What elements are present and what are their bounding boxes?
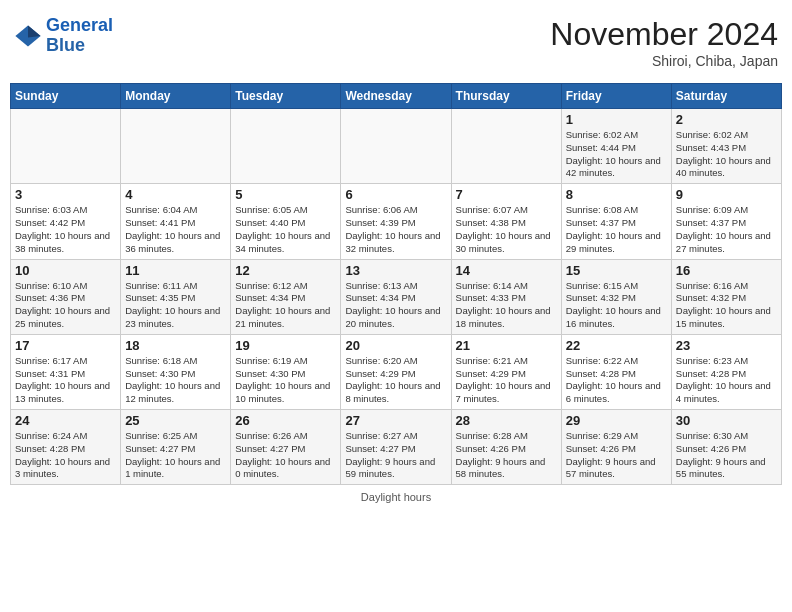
location: Shiroi, Chiba, Japan (550, 53, 778, 69)
day-number: 5 (235, 187, 336, 202)
day-info: Sunrise: 6:24 AM Sunset: 4:28 PM Dayligh… (15, 430, 116, 481)
calendar-day-cell (451, 109, 561, 184)
day-number: 3 (15, 187, 116, 202)
calendar-day-cell: 3Sunrise: 6:03 AM Sunset: 4:42 PM Daylig… (11, 184, 121, 259)
day-number: 2 (676, 112, 777, 127)
day-number: 11 (125, 263, 226, 278)
day-number: 23 (676, 338, 777, 353)
calendar-day-cell: 14Sunrise: 6:14 AM Sunset: 4:33 PM Dayli… (451, 259, 561, 334)
calendar-day-cell: 22Sunrise: 6:22 AM Sunset: 4:28 PM Dayli… (561, 334, 671, 409)
day-number: 16 (676, 263, 777, 278)
calendar-day-cell: 20Sunrise: 6:20 AM Sunset: 4:29 PM Dayli… (341, 334, 451, 409)
day-info: Sunrise: 6:22 AM Sunset: 4:28 PM Dayligh… (566, 355, 667, 406)
calendar-day-cell (231, 109, 341, 184)
day-info: Sunrise: 6:14 AM Sunset: 4:33 PM Dayligh… (456, 280, 557, 331)
day-number: 6 (345, 187, 446, 202)
day-info: Sunrise: 6:21 AM Sunset: 4:29 PM Dayligh… (456, 355, 557, 406)
day-number: 30 (676, 413, 777, 428)
day-info: Sunrise: 6:28 AM Sunset: 4:26 PM Dayligh… (456, 430, 557, 481)
day-number: 9 (676, 187, 777, 202)
calendar-day-header: Saturday (671, 84, 781, 109)
calendar-day-cell: 13Sunrise: 6:13 AM Sunset: 4:34 PM Dayli… (341, 259, 451, 334)
day-number: 20 (345, 338, 446, 353)
day-info: Sunrise: 6:06 AM Sunset: 4:39 PM Dayligh… (345, 204, 446, 255)
day-info: Sunrise: 6:02 AM Sunset: 4:43 PM Dayligh… (676, 129, 777, 180)
day-info: Sunrise: 6:26 AM Sunset: 4:27 PM Dayligh… (235, 430, 336, 481)
calendar-day-cell: 19Sunrise: 6:19 AM Sunset: 4:30 PM Dayli… (231, 334, 341, 409)
calendar-day-cell: 10Sunrise: 6:10 AM Sunset: 4:36 PM Dayli… (11, 259, 121, 334)
calendar-day-header: Wednesday (341, 84, 451, 109)
calendar-day-cell: 30Sunrise: 6:30 AM Sunset: 4:26 PM Dayli… (671, 410, 781, 485)
calendar-day-cell: 29Sunrise: 6:29 AM Sunset: 4:26 PM Dayli… (561, 410, 671, 485)
day-info: Sunrise: 6:09 AM Sunset: 4:37 PM Dayligh… (676, 204, 777, 255)
calendar-day-cell: 8Sunrise: 6:08 AM Sunset: 4:37 PM Daylig… (561, 184, 671, 259)
day-info: Sunrise: 6:29 AM Sunset: 4:26 PM Dayligh… (566, 430, 667, 481)
month-title: November 2024 (550, 16, 778, 53)
day-info: Sunrise: 6:03 AM Sunset: 4:42 PM Dayligh… (15, 204, 116, 255)
day-number: 27 (345, 413, 446, 428)
day-number: 18 (125, 338, 226, 353)
calendar-day-cell: 18Sunrise: 6:18 AM Sunset: 4:30 PM Dayli… (121, 334, 231, 409)
calendar-day-cell: 7Sunrise: 6:07 AM Sunset: 4:38 PM Daylig… (451, 184, 561, 259)
calendar-day-header: Friday (561, 84, 671, 109)
day-info: Sunrise: 6:17 AM Sunset: 4:31 PM Dayligh… (15, 355, 116, 406)
calendar-day-cell (341, 109, 451, 184)
day-number: 22 (566, 338, 667, 353)
calendar-day-cell: 27Sunrise: 6:27 AM Sunset: 4:27 PM Dayli… (341, 410, 451, 485)
day-number: 26 (235, 413, 336, 428)
day-number: 4 (125, 187, 226, 202)
day-info: Sunrise: 6:15 AM Sunset: 4:32 PM Dayligh… (566, 280, 667, 331)
calendar-day-cell: 11Sunrise: 6:11 AM Sunset: 4:35 PM Dayli… (121, 259, 231, 334)
day-info: Sunrise: 6:18 AM Sunset: 4:30 PM Dayligh… (125, 355, 226, 406)
page-header: General Blue November 2024 Shiroi, Chiba… (10, 10, 782, 75)
day-number: 24 (15, 413, 116, 428)
day-number: 15 (566, 263, 667, 278)
calendar-day-cell: 2Sunrise: 6:02 AM Sunset: 4:43 PM Daylig… (671, 109, 781, 184)
day-info: Sunrise: 6:08 AM Sunset: 4:37 PM Dayligh… (566, 204, 667, 255)
day-number: 13 (345, 263, 446, 278)
day-number: 17 (15, 338, 116, 353)
day-number: 21 (456, 338, 557, 353)
calendar-day-cell: 4Sunrise: 6:04 AM Sunset: 4:41 PM Daylig… (121, 184, 231, 259)
calendar-day-cell: 12Sunrise: 6:12 AM Sunset: 4:34 PM Dayli… (231, 259, 341, 334)
day-number: 7 (456, 187, 557, 202)
day-info: Sunrise: 6:16 AM Sunset: 4:32 PM Dayligh… (676, 280, 777, 331)
calendar-day-cell: 15Sunrise: 6:15 AM Sunset: 4:32 PM Dayli… (561, 259, 671, 334)
day-number: 14 (456, 263, 557, 278)
calendar-day-header: Tuesday (231, 84, 341, 109)
calendar-week-row: 3Sunrise: 6:03 AM Sunset: 4:42 PM Daylig… (11, 184, 782, 259)
calendar-day-cell: 16Sunrise: 6:16 AM Sunset: 4:32 PM Dayli… (671, 259, 781, 334)
day-number: 12 (235, 263, 336, 278)
legend: Daylight hours (10, 491, 782, 503)
day-info: Sunrise: 6:11 AM Sunset: 4:35 PM Dayligh… (125, 280, 226, 331)
day-info: Sunrise: 6:13 AM Sunset: 4:34 PM Dayligh… (345, 280, 446, 331)
calendar-day-cell (121, 109, 231, 184)
day-info: Sunrise: 6:05 AM Sunset: 4:40 PM Dayligh… (235, 204, 336, 255)
day-info: Sunrise: 6:12 AM Sunset: 4:34 PM Dayligh… (235, 280, 336, 331)
day-info: Sunrise: 6:23 AM Sunset: 4:28 PM Dayligh… (676, 355, 777, 406)
calendar-header-row: SundayMondayTuesdayWednesdayThursdayFrid… (11, 84, 782, 109)
day-number: 28 (456, 413, 557, 428)
day-number: 25 (125, 413, 226, 428)
day-number: 10 (15, 263, 116, 278)
calendar-day-cell: 28Sunrise: 6:28 AM Sunset: 4:26 PM Dayli… (451, 410, 561, 485)
calendar-day-cell: 6Sunrise: 6:06 AM Sunset: 4:39 PM Daylig… (341, 184, 451, 259)
calendar-week-row: 1Sunrise: 6:02 AM Sunset: 4:44 PM Daylig… (11, 109, 782, 184)
calendar-day-header: Monday (121, 84, 231, 109)
calendar-week-row: 17Sunrise: 6:17 AM Sunset: 4:31 PM Dayli… (11, 334, 782, 409)
calendar-day-cell: 25Sunrise: 6:25 AM Sunset: 4:27 PM Dayli… (121, 410, 231, 485)
title-block: November 2024 Shiroi, Chiba, Japan (550, 16, 778, 69)
calendar-week-row: 10Sunrise: 6:10 AM Sunset: 4:36 PM Dayli… (11, 259, 782, 334)
daylight-hours-label: Daylight hours (361, 491, 431, 503)
day-info: Sunrise: 6:27 AM Sunset: 4:27 PM Dayligh… (345, 430, 446, 481)
calendar-day-cell: 26Sunrise: 6:26 AM Sunset: 4:27 PM Dayli… (231, 410, 341, 485)
day-info: Sunrise: 6:10 AM Sunset: 4:36 PM Dayligh… (15, 280, 116, 331)
day-number: 19 (235, 338, 336, 353)
day-info: Sunrise: 6:07 AM Sunset: 4:38 PM Dayligh… (456, 204, 557, 255)
day-number: 8 (566, 187, 667, 202)
calendar-week-row: 24Sunrise: 6:24 AM Sunset: 4:28 PM Dayli… (11, 410, 782, 485)
calendar-day-cell: 17Sunrise: 6:17 AM Sunset: 4:31 PM Dayli… (11, 334, 121, 409)
calendar-day-header: Thursday (451, 84, 561, 109)
logo-icon (14, 22, 42, 50)
calendar-day-cell: 5Sunrise: 6:05 AM Sunset: 4:40 PM Daylig… (231, 184, 341, 259)
